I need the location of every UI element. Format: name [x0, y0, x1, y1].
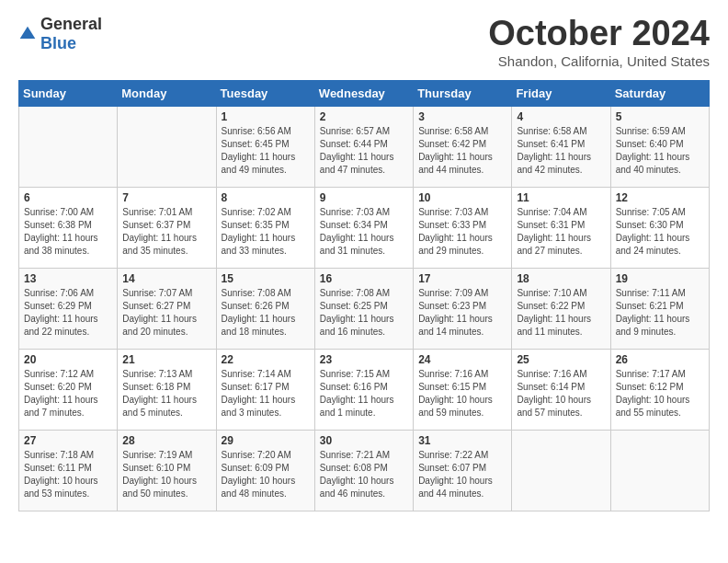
calendar-cell: 1Sunrise: 6:56 AM Sunset: 6:45 PM Daylig… [216, 106, 314, 187]
day-number: 16 [320, 272, 408, 285]
subtitle: Shandon, California, United States [488, 53, 710, 69]
logo-blue: Blue [40, 34, 76, 52]
day-info: Sunrise: 7:01 AM Sunset: 6:37 PM Dayligh… [122, 206, 210, 258]
day-number: 5 [616, 110, 704, 123]
calendar-cell: 22Sunrise: 7:14 AM Sunset: 6:17 PM Dayli… [216, 349, 314, 430]
calendar-cell: 26Sunrise: 7:17 AM Sunset: 6:12 PM Dayli… [610, 349, 709, 430]
calendar-week-row: 6Sunrise: 7:00 AM Sunset: 6:38 PM Daylig… [19, 187, 710, 268]
month-title: October 2024 [488, 15, 710, 53]
day-number: 19 [616, 272, 704, 285]
calendar-cell: 17Sunrise: 7:09 AM Sunset: 6:23 PM Dayli… [414, 268, 512, 349]
calendar-cell: 30Sunrise: 7:21 AM Sunset: 6:08 PM Dayli… [314, 430, 413, 511]
day-info: Sunrise: 7:00 AM Sunset: 6:38 PM Dayligh… [24, 206, 112, 258]
day-info: Sunrise: 7:07 AM Sunset: 6:27 PM Dayligh… [122, 287, 210, 339]
title-area: October 2024 Shandon, California, United… [488, 15, 710, 69]
day-number: 3 [418, 110, 506, 123]
day-info: Sunrise: 7:15 AM Sunset: 6:16 PM Dayligh… [320, 368, 408, 419]
day-number: 27 [24, 434, 112, 447]
calendar-cell [118, 106, 216, 187]
day-info: Sunrise: 7:06 AM Sunset: 6:29 PM Dayligh… [24, 287, 112, 339]
day-number: 11 [517, 191, 605, 204]
calendar-cell: 29Sunrise: 7:20 AM Sunset: 6:09 PM Dayli… [216, 430, 314, 511]
day-number: 8 [222, 191, 310, 204]
header-monday: Monday [118, 80, 216, 106]
calendar-cell: 21Sunrise: 7:13 AM Sunset: 6:18 PM Dayli… [118, 349, 216, 430]
day-number: 21 [122, 353, 210, 366]
calendar-week-row: 20Sunrise: 7:12 AM Sunset: 6:20 PM Dayli… [19, 349, 710, 430]
calendar-cell: 28Sunrise: 7:19 AM Sunset: 6:10 PM Dayli… [118, 430, 216, 511]
calendar-week-row: 13Sunrise: 7:06 AM Sunset: 6:29 PM Dayli… [19, 268, 710, 349]
day-info: Sunrise: 7:03 AM Sunset: 6:34 PM Dayligh… [320, 206, 408, 258]
day-number: 28 [122, 434, 210, 447]
calendar-cell: 7Sunrise: 7:01 AM Sunset: 6:37 PM Daylig… [118, 187, 216, 268]
calendar-cell: 15Sunrise: 7:08 AM Sunset: 6:26 PM Dayli… [216, 268, 314, 349]
logo-general: General [40, 15, 102, 33]
header-thursday: Thursday [414, 80, 512, 106]
day-info: Sunrise: 7:11 AM Sunset: 6:21 PM Dayligh… [616, 287, 704, 339]
calendar-cell: 2Sunrise: 6:57 AM Sunset: 6:44 PM Daylig… [314, 106, 413, 187]
day-info: Sunrise: 7:10 AM Sunset: 6:22 PM Dayligh… [517, 287, 605, 339]
calendar-cell: 14Sunrise: 7:07 AM Sunset: 6:27 PM Dayli… [118, 268, 216, 349]
calendar-cell [512, 430, 610, 511]
calendar-week-row: 27Sunrise: 7:18 AM Sunset: 6:11 PM Dayli… [19, 430, 710, 511]
calendar-cell: 10Sunrise: 7:03 AM Sunset: 6:33 PM Dayli… [414, 187, 512, 268]
header: General Blue October 2024 Shandon, Calif… [18, 15, 710, 69]
day-number: 2 [320, 110, 408, 123]
calendar-cell: 18Sunrise: 7:10 AM Sunset: 6:22 PM Dayli… [512, 268, 610, 349]
calendar-cell: 13Sunrise: 7:06 AM Sunset: 6:29 PM Dayli… [19, 268, 118, 349]
day-info: Sunrise: 6:59 AM Sunset: 6:40 PM Dayligh… [616, 125, 704, 177]
header-saturday: Saturday [610, 80, 709, 106]
header-wednesday: Wednesday [314, 80, 413, 106]
day-info: Sunrise: 6:58 AM Sunset: 6:41 PM Dayligh… [517, 125, 605, 177]
calendar-header-row: SundayMondayTuesdayWednesdayThursdayFrid… [19, 80, 710, 106]
calendar-cell: 31Sunrise: 7:22 AM Sunset: 6:07 PM Dayli… [414, 430, 512, 511]
calendar-week-row: 1Sunrise: 6:56 AM Sunset: 6:45 PM Daylig… [19, 106, 710, 187]
day-number: 17 [418, 272, 506, 285]
day-number: 24 [418, 353, 506, 366]
logo-icon [18, 25, 37, 43]
day-info: Sunrise: 6:57 AM Sunset: 6:44 PM Dayligh… [320, 125, 408, 177]
day-number: 7 [122, 191, 210, 204]
day-number: 20 [24, 353, 112, 366]
day-info: Sunrise: 7:17 AM Sunset: 6:12 PM Dayligh… [616, 368, 704, 419]
day-number: 4 [517, 110, 605, 123]
calendar-cell [610, 430, 709, 511]
day-info: Sunrise: 6:56 AM Sunset: 6:45 PM Dayligh… [222, 125, 310, 177]
logo: General Blue [18, 15, 102, 53]
day-info: Sunrise: 7:09 AM Sunset: 6:23 PM Dayligh… [418, 287, 506, 339]
day-info: Sunrise: 7:22 AM Sunset: 6:07 PM Dayligh… [418, 449, 506, 500]
day-info: Sunrise: 7:19 AM Sunset: 6:10 PM Dayligh… [122, 449, 210, 500]
day-info: Sunrise: 7:05 AM Sunset: 6:30 PM Dayligh… [616, 206, 704, 258]
day-number: 15 [222, 272, 310, 285]
day-number: 25 [517, 353, 605, 366]
day-info: Sunrise: 7:16 AM Sunset: 6:15 PM Dayligh… [418, 368, 506, 419]
day-info: Sunrise: 7:02 AM Sunset: 6:35 PM Dayligh… [222, 206, 310, 258]
day-number: 22 [222, 353, 310, 366]
calendar-cell: 8Sunrise: 7:02 AM Sunset: 6:35 PM Daylig… [216, 187, 314, 268]
calendar-table: SundayMondayTuesdayWednesdayThursdayFrid… [18, 80, 710, 511]
day-number: 1 [222, 110, 310, 123]
calendar-cell: 16Sunrise: 7:08 AM Sunset: 6:25 PM Dayli… [314, 268, 413, 349]
calendar-cell: 3Sunrise: 6:58 AM Sunset: 6:42 PM Daylig… [414, 106, 512, 187]
day-number: 23 [320, 353, 408, 366]
calendar-cell: 23Sunrise: 7:15 AM Sunset: 6:16 PM Dayli… [314, 349, 413, 430]
day-number: 9 [320, 191, 408, 204]
day-info: Sunrise: 7:08 AM Sunset: 6:26 PM Dayligh… [222, 287, 310, 339]
calendar-cell: 5Sunrise: 6:59 AM Sunset: 6:40 PM Daylig… [610, 106, 709, 187]
calendar-cell: 25Sunrise: 7:16 AM Sunset: 6:14 PM Dayli… [512, 349, 610, 430]
logo-text: General Blue [40, 15, 102, 53]
day-number: 12 [616, 191, 704, 204]
svg-marker-0 [20, 27, 36, 39]
header-friday: Friday [512, 80, 610, 106]
header-sunday: Sunday [19, 80, 118, 106]
calendar-cell [19, 106, 118, 187]
day-number: 29 [222, 434, 310, 447]
day-info: Sunrise: 7:20 AM Sunset: 6:09 PM Dayligh… [222, 449, 310, 500]
day-number: 13 [24, 272, 112, 285]
day-info: Sunrise: 7:14 AM Sunset: 6:17 PM Dayligh… [222, 368, 310, 419]
day-number: 10 [418, 191, 506, 204]
day-info: Sunrise: 6:58 AM Sunset: 6:42 PM Dayligh… [418, 125, 506, 177]
calendar-cell: 12Sunrise: 7:05 AM Sunset: 6:30 PM Dayli… [610, 187, 709, 268]
calendar-cell: 19Sunrise: 7:11 AM Sunset: 6:21 PM Dayli… [610, 268, 709, 349]
day-number: 18 [517, 272, 605, 285]
